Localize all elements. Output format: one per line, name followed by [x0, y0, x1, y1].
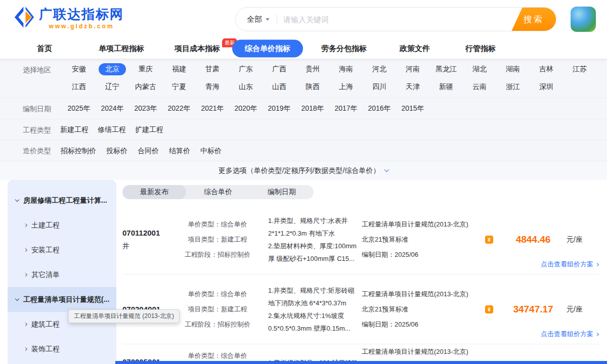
date-item[interactable]: 2021年 [196, 102, 229, 115]
sidebar-item-civil-works[interactable]: 土建工程 [8, 213, 116, 238]
nav-item-home[interactable]: 首页 [37, 44, 52, 54]
region-item[interactable]: 江西 [62, 80, 96, 94]
region-item[interactable]: 甘肃 [196, 63, 229, 76]
region-item[interactable]: 湖北 [463, 63, 496, 76]
results-panel: 最新发布 综合单价 编制日期 070112001 井 单价类型：综合单价 项目类… [122, 185, 599, 364]
region-item[interactable]: 江苏 [563, 63, 596, 76]
region-item[interactable]: 山东 [229, 80, 263, 94]
cost-type-item[interactable]: 结算价 [169, 145, 190, 158]
nav-item-label: 项目成本指标 [175, 44, 220, 53]
region-item[interactable]: 山西 [263, 80, 296, 94]
region-options: 安徽 北京 重庆 福建 甘肃 广东 广西 贵州 海南 河北 河南 黑龙江 湖北 … [62, 63, 596, 94]
region-item[interactable]: 天津 [396, 80, 429, 94]
nav-item-policy-documents[interactable]: 政策文件 [400, 44, 430, 54]
region-item[interactable]: 河北 [363, 63, 396, 76]
sidebar-item-boq-measurement-spec[interactable]: 工程量清单项目计量规范(... [8, 287, 116, 312]
region-item[interactable]: 四川 [363, 80, 396, 94]
nav-item-industry-admin-index[interactable]: 行管指标 [465, 44, 496, 54]
date-item[interactable]: 2016年 [363, 102, 396, 115]
region-item[interactable]: 云南 [463, 80, 496, 94]
region-item[interactable]: 河南 [396, 63, 429, 76]
chevron-right-icon [24, 223, 27, 227]
result-row: 070112001 井 单价类型：综合单价 项目类型：新建工程 工程阶段：招标控… [122, 205, 599, 275]
search-input[interactable] [277, 8, 511, 31]
region-item[interactable]: 黑龙江 [429, 63, 463, 76]
item-description: 1.井类型、规格尺寸:水表井 2*1*1.2*0.3m 有地下水 2.垫层材料种… [268, 205, 365, 274]
more-options-toggle[interactable]: 更多选项（单价类型/定额序列/数据类型/综合单价） [0, 161, 607, 180]
date-item[interactable]: 2025年 [62, 102, 96, 115]
results-list: 070112001 井 单价类型：综合单价 项目类型：新建工程 工程阶段：招标控… [122, 205, 599, 364]
sidebar-item-decoration-works[interactable]: 装饰工程 [8, 337, 116, 361]
tab-compile-date[interactable]: 编制日期 [250, 185, 314, 199]
region-item[interactable]: 深圳 [530, 80, 563, 94]
item-price: 4844.46 [516, 234, 551, 245]
sidebar-item-label: 其它清单 [31, 270, 60, 280]
nav-item-composite-unit-price-index[interactable]: 综合单价指标 [232, 40, 303, 58]
item-code: 070112001 [122, 229, 173, 237]
region-item[interactable]: 重庆 [129, 63, 162, 76]
date-item[interactable]: 2022年 [162, 102, 196, 115]
project-type-item[interactable]: 新建工程 [60, 123, 89, 136]
nav-item-single-project-index[interactable]: 单项工程指标 [99, 44, 144, 54]
item-standard-info: 工程量清单项目计量规范(2013-北京) 北京21预算标准 编制日期：2025/… [362, 205, 482, 274]
cost-type-item[interactable]: 招标控制价 [61, 145, 96, 158]
sidebar-item-repair-quantity-calc[interactable]: 房屋修缮工程工程量计算... [8, 188, 116, 213]
region-item[interactable]: 湖南 [496, 63, 530, 76]
item-attributes: 单价类型：综合单价 项目类型：新建工程 工程阶段：招标控制价 [172, 205, 263, 274]
date-item[interactable]: 2019年 [263, 102, 296, 115]
region-item[interactable]: 陕西 [296, 80, 329, 94]
cost-type-options: 招标控制价 投标价 合同价 结算价 中标价 [61, 145, 222, 158]
region-item[interactable]: 福建 [162, 63, 196, 76]
sidebar-item-label: 建筑工程 [31, 320, 60, 329]
region-item[interactable]: 宁夏 [162, 80, 196, 94]
more-options-label: 更多选项（单价类型/定额序列/数据类型/综合单价） [219, 166, 380, 175]
date-filter-label: 编制日期 [23, 105, 51, 114]
sidebar-item-label: 土建工程 [31, 221, 60, 230]
svg-text:¥: ¥ [488, 306, 491, 312]
user-avatar[interactable] [571, 7, 596, 32]
region-item[interactable]: 安徽 [62, 63, 96, 76]
region-item[interactable]: 海南 [329, 63, 363, 76]
region-item[interactable]: 广西 [263, 63, 296, 76]
region-item[interactable]: 吉林 [530, 63, 563, 76]
date-item[interactable]: 2024年 [96, 102, 129, 115]
region-item[interactable]: 贵州 [296, 63, 329, 76]
nav-item-project-cost-index[interactable]: 项目成本指标 最新 [175, 44, 220, 54]
project-type-filter-label: 工程类型 [23, 126, 51, 135]
region-filter-row: 选择地区 安徽 北京 重庆 福建 甘肃 广东 广西 贵州 海南 河北 河南 黑龙… [0, 59, 607, 98]
region-item[interactable]: 浙江 [496, 80, 530, 94]
region-item-selected[interactable]: 北京 [96, 63, 129, 76]
view-pricing-plan-link[interactable]: 点击查看组价方案 [541, 330, 598, 339]
region-item[interactable]: 青海 [196, 80, 229, 94]
date-item[interactable]: 2020年 [229, 102, 263, 115]
price-tag-icon: ¥ [485, 305, 494, 314]
site-logo[interactable]: 广联达指标网 www.gldzb.com [14, 6, 124, 30]
cost-type-item[interactable]: 投标价 [106, 145, 127, 158]
date-item[interactable]: 2023年 [129, 102, 162, 115]
region-item[interactable]: 广东 [229, 63, 263, 76]
region-item[interactable]: 新疆 [429, 80, 463, 94]
sidebar-item-installation-works[interactable]: 安装工程 [8, 238, 116, 262]
cost-type-item[interactable]: 中标价 [200, 145, 222, 158]
search-button[interactable]: 搜索 [511, 7, 556, 31]
cost-type-filter-label: 造价类型 [23, 147, 51, 156]
search-category-dropdown[interactable]: 全部 [236, 8, 277, 31]
date-item[interactable]: 2018年 [296, 102, 329, 115]
region-item[interactable]: 上海 [329, 80, 363, 94]
sidebar-item-label: 安装工程 [31, 246, 60, 255]
nav-item-labor-subcontract-index[interactable]: 劳务分包指标 [321, 44, 367, 54]
tab-composite-unit-price[interactable]: 综合单价 [186, 185, 250, 199]
tab-latest-release[interactable]: 最新发布 [122, 185, 186, 199]
date-item[interactable]: 2017年 [329, 102, 363, 115]
chevron-down-icon [15, 197, 19, 201]
project-type-item[interactable]: 扩建工程 [135, 123, 163, 136]
chevron-right-icon [595, 262, 599, 266]
region-item[interactable]: 内蒙古 [129, 80, 162, 94]
project-type-item[interactable]: 修缮工程 [98, 123, 126, 136]
cost-type-item[interactable]: 合同价 [138, 145, 159, 158]
sidebar-item-other-list[interactable]: 其它清单 [8, 262, 116, 287]
region-item[interactable]: 辽宁 [96, 80, 129, 94]
view-pricing-plan-link[interactable]: 点击查看组价方案 [541, 260, 598, 269]
header: 广联达指标网 www.gldzb.com 全部 搜索 [0, 0, 607, 38]
date-item[interactable]: 2015年 [396, 102, 429, 115]
